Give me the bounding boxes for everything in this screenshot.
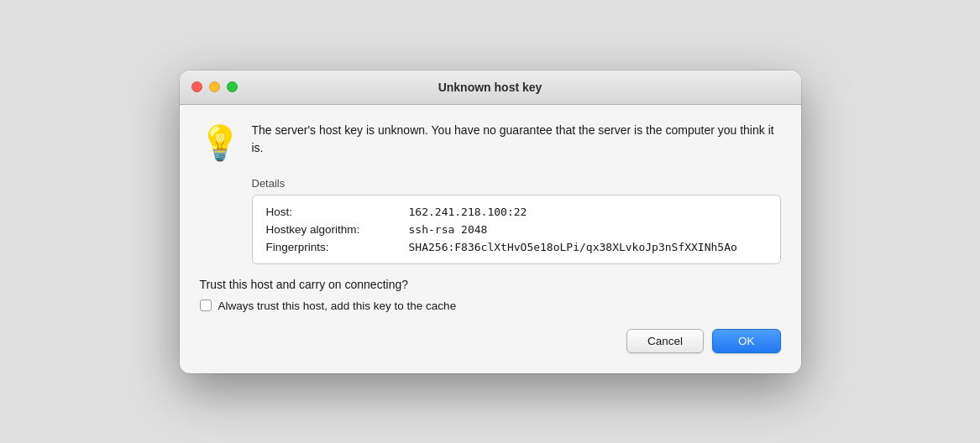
algorithm-label: Hostkey algorithm: <box>266 223 409 236</box>
details-label: Details <box>252 177 781 190</box>
title-bar: Unknown host key <box>180 70 801 105</box>
trust-question: Trust this host and carry on connecting? <box>200 278 781 291</box>
always-trust-label[interactable]: Always trust this host, add this key to … <box>218 300 457 312</box>
host-row: Host: 162.241.218.100:22 <box>266 206 767 218</box>
right-edge <box>798 70 801 373</box>
warning-message: The server's host key is unknown. You ha… <box>252 122 781 157</box>
dialog-body: 💡 The server's host key is unknown. You … <box>180 105 801 373</box>
fingerprint-row: Fingerprints: SHA256:F836clXtHvO5e18oLPi… <box>266 241 767 253</box>
details-section: Details Host: 162.241.218.100:22 Hostkey… <box>252 177 781 264</box>
cancel-button[interactable]: Cancel <box>626 329 704 353</box>
fingerprint-value: SHA256:F836clXtHvO5e18oLPi/qx38XLvkoJp3n… <box>409 241 737 253</box>
fingerprint-label: Fingerprints: <box>266 241 409 253</box>
host-label: Host: <box>266 206 409 218</box>
checkbox-row: Always trust this host, add this key to … <box>200 300 781 312</box>
dialog-title: Unknown host key <box>438 81 542 94</box>
maximize-button[interactable] <box>227 81 238 92</box>
algorithm-row: Hostkey algorithm: ssh-rsa 2048 <box>266 223 767 236</box>
unknown-host-key-dialog: Unknown host key 💡 The server's host key… <box>180 70 801 373</box>
close-button[interactable] <box>191 81 202 92</box>
ok-button[interactable]: OK <box>712 329 781 353</box>
always-trust-checkbox[interactable] <box>200 300 212 311</box>
algorithm-value: ssh-rsa 2048 <box>409 223 488 236</box>
minimize-button[interactable] <box>209 81 220 92</box>
bulb-icon: 💡 <box>200 123 240 164</box>
top-section: 💡 The server's host key is unknown. You … <box>200 122 781 164</box>
button-row: Cancel OK <box>200 329 781 357</box>
host-value: 162.241.218.100:22 <box>409 206 527 218</box>
traffic-light-buttons <box>191 81 238 92</box>
details-box: Host: 162.241.218.100:22 Hostkey algorit… <box>252 195 781 264</box>
